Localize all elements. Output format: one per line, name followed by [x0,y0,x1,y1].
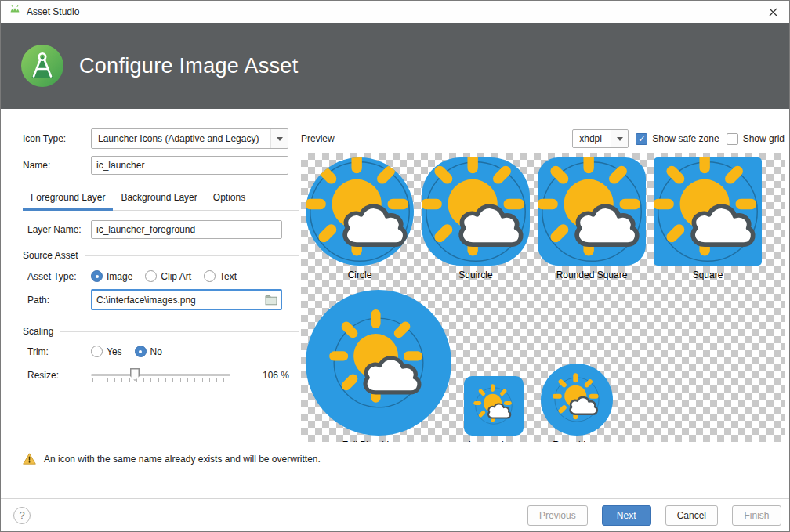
tab-background-layer[interactable]: Background Layer [113,187,205,211]
asset-type-label: Asset Type: [23,271,91,282]
preview-tile-squircle: Squircle [422,157,530,280]
preview-tiles-row-2: Full Bleed Layers Legacy Icon Round Icon [301,290,785,442]
previous-button[interactable]: Previous [527,505,588,526]
wizard-header: Configure Image Asset [1,23,789,109]
density-select[interactable]: xhdpi [572,129,629,148]
adaptive-icon-rounded-square [538,157,646,266]
text-caret [197,295,198,306]
show-safe-zone-checkbox[interactable]: Show safe zone [636,133,719,145]
path-label: Path: [23,295,91,306]
asset-type-radio-image[interactable]: Image [91,270,132,282]
radio-icon [91,270,103,282]
trim-radio-yes[interactable]: Yes [91,346,122,357]
layer-name-label: Layer Name: [23,224,91,235]
divider [342,139,566,139]
android-studio-logo-icon [21,45,63,87]
trim-row: Trim: Yes No [23,346,299,357]
trim-radio-no[interactable]: No [135,346,162,357]
finish-button[interactable]: Finish [732,505,781,526]
name-label: Name: [23,160,91,171]
name-input[interactable] [91,156,288,175]
tab-options[interactable]: Options [205,187,253,211]
icon-type-select[interactable]: Launcher Icons (Adaptive and Legacy) [91,128,288,149]
adaptive-icon-squircle [422,157,530,266]
resize-value: 106 % [263,370,299,381]
preview-tiles-row: Circle Squircle Rounded Square Square [301,153,785,280]
radio-icon [204,270,216,282]
layer-name-row: Layer Name: [23,220,299,239]
slider-track[interactable] [91,374,230,376]
close-button[interactable] [756,1,789,23]
radio-icon [145,270,157,282]
preview-tile-full-bleed: Full Bleed Layers [306,290,451,442]
dialog-content: Icon Type: Launcher Icons (Adaptive and … [1,109,789,442]
source-asset-label: Source Asset [23,250,78,261]
preview-area: Circle Squircle Rounded Square Square [301,153,785,442]
warning-banner: An icon with the same name already exist… [1,442,789,465]
radio-icon [135,346,147,357]
asset-type-radio-text[interactable]: Text [204,270,237,282]
density-value: xhdpi [579,133,602,144]
chevron-down-icon [611,130,628,147]
icon-type-label: Icon Type: [23,133,91,144]
folder-icon [265,295,277,306]
window-titlebar: Asset Studio [1,1,789,23]
footer-buttons: Previous Next Cancel Finish [527,505,781,526]
preview-tile-square: Square [654,157,762,280]
preview-tile-rounded-square: Rounded Square [538,157,646,280]
preview-tile-round: Round Icon [536,364,618,442]
full-bleed-icon [306,290,451,436]
page-title: Configure Image Asset [79,54,298,78]
adaptive-icon-square [654,157,762,266]
resize-row: Resize: 106 % [23,367,299,383]
source-asset-group: Source Asset [23,250,299,261]
resize-label: Resize: [23,370,91,381]
layer-tabs: Foreground Layer Background Layer Option… [23,187,299,211]
name-row: Name: [23,156,299,175]
checkbox-icon [636,133,647,145]
preview-header: Preview xhdpi Show safe zone Show grid [301,128,785,149]
preview-tile-circle: Circle [306,157,414,280]
asset-type-radio-clip-art[interactable]: Clip Art [145,270,191,282]
asset-studio-dialog: Asset Studio Configure Image Asset [0,0,790,532]
icon-type-value: Launcher Icons (Adaptive and Legacy) [98,133,259,144]
close-icon [769,8,777,16]
asset-type-row: Asset Type: Image Clip Art Text [23,270,299,282]
icon-type-row: Icon Type: Launcher Icons (Adaptive and … [23,128,299,149]
chevron-down-icon [270,129,288,148]
preview-tile-legacy: Legacy Icon [456,376,531,442]
browse-button[interactable] [262,291,281,309]
resize-slider[interactable] [91,367,230,383]
radio-icon [91,346,103,357]
trim-label: Trim: [23,346,91,357]
warning-icon [23,453,36,465]
help-button[interactable]: ? [13,507,31,524]
config-panel: Icon Type: Launcher Icons (Adaptive and … [1,128,299,442]
next-button[interactable]: Next [602,505,651,526]
footer-bar: ? Previous Next Cancel Finish [1,498,789,531]
tab-foreground-layer[interactable]: Foreground Layer [23,187,113,211]
preview-panel: Preview xhdpi Show safe zone Show grid [299,128,789,442]
path-row: Path: C:\interface\images.png [23,289,299,310]
android-logo-icon [9,4,21,20]
slider-ticks [92,378,230,382]
warning-text: An icon with the same name already exist… [44,454,321,465]
question-icon: ? [19,509,24,521]
checkbox-icon [727,133,738,145]
layer-name-input[interactable] [91,220,282,239]
preview-label: Preview [301,133,335,144]
path-input[interactable]: C:\interface\images.png [91,289,282,310]
cancel-button[interactable]: Cancel [665,505,718,526]
round-icon [541,364,613,436]
scaling-label: Scaling [23,326,53,337]
show-grid-checkbox[interactable]: Show grid [727,133,785,145]
scaling-group: Scaling [23,326,299,337]
adaptive-icon-circle [306,157,414,266]
divider [60,331,299,332]
window-title: Asset Studio [27,6,79,17]
legacy-icon [464,376,524,436]
divider [85,255,299,256]
